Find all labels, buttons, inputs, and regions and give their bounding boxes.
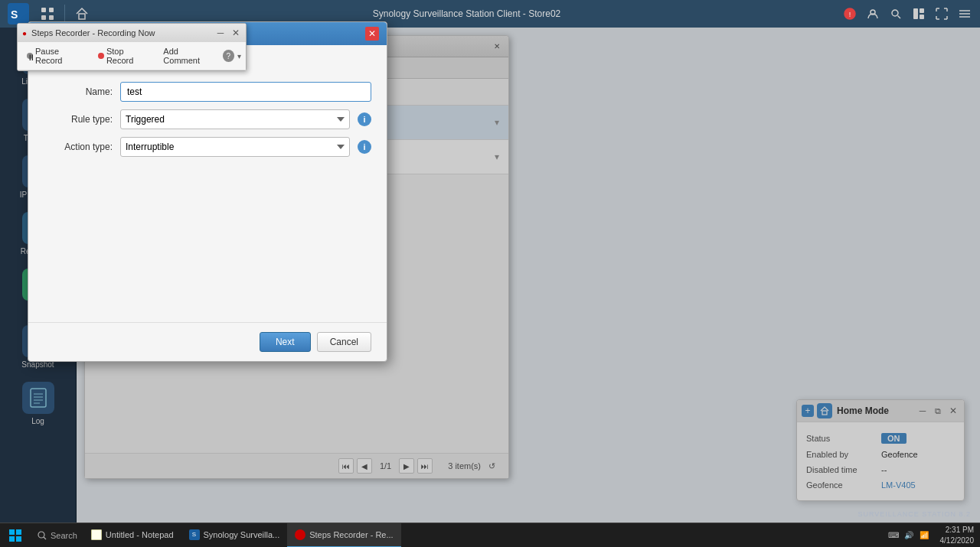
- wizard-content-area: [44, 157, 371, 310]
- topbar-right: !: [841, 5, 974, 23]
- action-type-info-icon[interactable]: i: [358, 140, 371, 154]
- taskbar-item-synology[interactable]: S Synology Surveilla...: [181, 523, 288, 548]
- wizard-body: Information Name: Rule type: Triggered: [28, 45, 387, 322]
- next-button[interactable]: Next: [260, 332, 311, 352]
- fullscreen-icon[interactable]: [933, 5, 951, 23]
- taskbar-item-notepad[interactable]: Untitled - Notepad: [83, 523, 181, 548]
- svg-line-11: [898, 16, 901, 19]
- rule-type-select[interactable]: Triggered Scheduled: [120, 109, 350, 129]
- stop-record-button[interactable]: Stop Record: [93, 45, 155, 67]
- sr-minimize-icon[interactable]: ─: [215, 28, 226, 38]
- pause-record-button[interactable]: ⏸ Pause Record: [22, 45, 90, 67]
- action-type-label: Action type:: [44, 142, 113, 152]
- taskbar: Search Untitled - Notepad S Synology Sur…: [0, 523, 980, 547]
- svg-text:!: !: [849, 11, 851, 18]
- comment-label: Add Comment: [163, 47, 214, 65]
- taskbar-search[interactable]: Search: [31, 530, 83, 541]
- pause-icon: ⏸: [27, 53, 33, 59]
- synology-label: Synology Surveilla...: [204, 530, 280, 539]
- main-content: ─ □ Action Rule ✕ List History Advanced …: [77, 28, 980, 523]
- svg-rect-13: [920, 8, 924, 13]
- rule-type-info-icon[interactable]: i: [358, 112, 371, 126]
- steps-recorder-icon: [295, 529, 305, 540]
- search-icon[interactable]: [887, 5, 905, 23]
- wizard-footer: Next Cancel: [28, 322, 387, 361]
- desktop: S Synology Surveillance Station Client -…: [0, 0, 980, 547]
- svg-rect-12: [913, 8, 918, 19]
- cancel-button[interactable]: Cancel: [317, 332, 371, 352]
- sidebar-item-log[interactable]: Log: [4, 376, 73, 430]
- svg-rect-55: [9, 536, 15, 542]
- taskbar-items: Untitled - Notepad S Synology Surveilla.…: [83, 523, 884, 547]
- synology-icon: S: [189, 529, 200, 540]
- steps-recorder-titlebar[interactable]: ● Steps Recorder - Recording Now ─ ✕: [18, 24, 246, 42]
- svg-rect-5: [49, 15, 54, 20]
- svg-rect-56: [16, 536, 21, 542]
- svg-rect-3: [49, 8, 54, 12]
- help-icon[interactable]: ?: [223, 50, 234, 62]
- name-label: Name:: [44, 86, 113, 97]
- steps-recorder-title: Steps Recorder - Recording Now: [31, 28, 211, 37]
- stop-label: Stop Record: [106, 47, 151, 65]
- svg-rect-6: [79, 14, 85, 19]
- steps-recorder-toolbar: ⏸ Pause Record Stop Record Add Comment ?…: [18, 42, 246, 70]
- stop-icon: [98, 53, 104, 59]
- taskbar-item-steps-recorder[interactable]: Steps Recorder - Re...: [287, 523, 400, 548]
- wizard-close-btn[interactable]: ✕: [365, 27, 379, 41]
- sidebar-label-log: Log: [31, 417, 44, 425]
- network-icon[interactable]: ⌨: [888, 530, 899, 541]
- sr-close-icon[interactable]: ✕: [230, 28, 241, 38]
- svg-point-57: [38, 532, 44, 538]
- svg-rect-53: [9, 529, 15, 535]
- form-row-name: Name:: [44, 82, 371, 102]
- topbar-separator: [64, 5, 65, 23]
- steps-recorder-label: Steps Recorder - Re...: [309, 530, 393, 539]
- wizard-form: Name: Rule type: Triggered Scheduled i: [44, 82, 371, 157]
- name-input[interactable]: [120, 82, 371, 102]
- notepad-icon: [91, 529, 102, 540]
- svg-line-58: [44, 537, 46, 539]
- user-icon[interactable]: [864, 5, 882, 23]
- menu-icon[interactable]: [956, 5, 974, 23]
- svg-text:S: S: [11, 8, 18, 21]
- wizard-modal: Add Action Rule Wizard ✕ Information Nam…: [28, 21, 387, 362]
- date-display: 4/12/2020: [940, 536, 975, 546]
- start-button[interactable]: [0, 523, 31, 548]
- app-title: Synology Surveillance Station Client - S…: [99, 8, 835, 19]
- time-display: 2:31 PM: [940, 525, 975, 536]
- modal-overlay: Add Action Rule Wizard ✕ Information Nam…: [77, 28, 980, 523]
- steps-recorder-window: ● Steps Recorder - Recording Now ─ ✕ ⏸ P…: [17, 23, 247, 71]
- notifications-icon[interactable]: !: [841, 5, 859, 23]
- dropdown-arrow-icon[interactable]: ▾: [237, 52, 241, 60]
- svg-rect-42: [31, 389, 46, 407]
- wifi-icon[interactable]: 📶: [919, 530, 929, 541]
- svg-rect-4: [41, 15, 46, 20]
- layout-icon[interactable]: [910, 5, 928, 23]
- pause-label: Pause Record: [35, 47, 86, 65]
- svg-point-10: [892, 10, 898, 16]
- svg-rect-54: [16, 529, 21, 535]
- form-row-rule-type: Rule type: Triggered Scheduled i: [44, 109, 371, 129]
- notepad-label: Untitled - Notepad: [106, 530, 174, 539]
- rule-type-label: Rule type:: [44, 114, 113, 125]
- taskbar-system-icons: ⌨ 🔊 📶: [884, 530, 934, 541]
- form-row-action-type: Action type: Interruptible Non-Interrupt…: [44, 137, 371, 157]
- add-comment-button[interactable]: Add Comment: [158, 45, 219, 67]
- log-icon: [22, 382, 54, 414]
- svg-rect-2: [41, 8, 46, 12]
- volume-icon[interactable]: 🔊: [903, 530, 914, 541]
- svg-rect-14: [920, 15, 924, 19]
- taskbar-time: 2:31 PM 4/12/2020: [934, 525, 981, 546]
- action-type-select[interactable]: Interruptible Non-Interruptible: [120, 137, 350, 157]
